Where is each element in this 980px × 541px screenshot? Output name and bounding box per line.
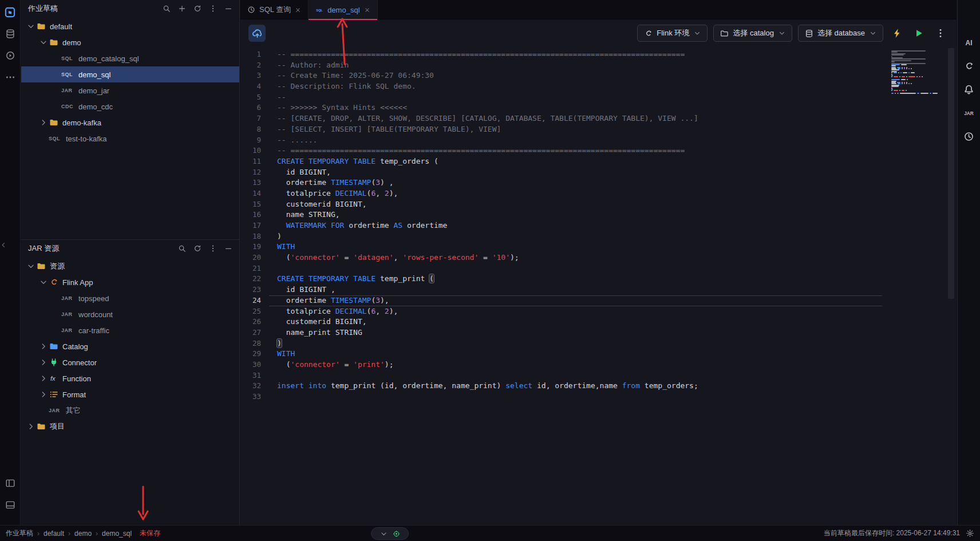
- tree-folder-default[interactable]: default: [21, 18, 239, 34]
- tree-item-test-to-kafka[interactable]: SQLtest-to-kafka: [21, 131, 239, 147]
- settings-gear-icon[interactable]: [966, 529, 974, 538]
- code-line-7[interactable]: 7-- [CREATE, DROP, ALTER, SHOW, DESCRIBE…: [240, 113, 957, 124]
- code-line-29[interactable]: 29WITH: [240, 349, 957, 360]
- right-rail-flink-button[interactable]: [962, 59, 976, 73]
- breadcrumb-item-demo-sql[interactable]: demo_sql: [102, 530, 132, 538]
- code-line-10[interactable]: 10-- ===================================…: [240, 145, 957, 156]
- code-line-27[interactable]: 27 name_print STRING: [240, 327, 957, 338]
- code-line-1[interactable]: 1-- ====================================…: [240, 49, 957, 60]
- code-line-6[interactable]: 6-- >>>>>> Syntax Hints <<<<<<: [240, 102, 957, 113]
- left-rail-panel-left-button[interactable]: [3, 476, 18, 491]
- breadcrumb-item-default[interactable]: default: [44, 530, 64, 538]
- chevron-right-icon[interactable]: [39, 119, 48, 127]
- tree-folder-function[interactable]: fxFunction: [21, 370, 239, 386]
- chevron-down-icon[interactable]: [39, 278, 48, 286]
- tree-folder-connector[interactable]: Connector: [21, 354, 239, 370]
- more-vertical-icon[interactable]: [209, 244, 217, 252]
- code-line-23[interactable]: 23 id BIGINT ,: [240, 285, 957, 295]
- refresh-icon[interactable]: [193, 244, 201, 252]
- console-toggle[interactable]: [371, 527, 409, 540]
- run-button[interactable]: [911, 25, 927, 41]
- right-rail-history-button[interactable]: [962, 129, 976, 143]
- left-rail-more-horizontal-button[interactable]: [3, 70, 18, 85]
- code-line-22[interactable]: 22CREATE TEMPORARY TABLE temp_print (: [240, 274, 957, 285]
- code-line-11[interactable]: 11CREATE TEMPORARY TABLE temp_orders (: [240, 156, 957, 167]
- tree-folder-row-0[interactable]: 资源: [21, 258, 239, 274]
- code-line-25[interactable]: 25 totalprice DECIMAL(6, 2),: [240, 306, 957, 317]
- code-line-8[interactable]: 8-- [SELECT, INSERT] [TABLE(TEMPORARY TA…: [240, 124, 957, 135]
- code-line-31[interactable]: 31: [240, 370, 957, 381]
- breadcrumb-item-root[interactable]: 作业草稿: [6, 528, 33, 538]
- tree-item-demo-catalog-sql[interactable]: SQLdemo_catalog_sql: [21, 50, 239, 66]
- chevron-right-icon[interactable]: [39, 390, 48, 398]
- tab-demo-sql[interactable]: SQLdemo_sql: [309, 0, 377, 19]
- code-line-24[interactable]: 24 ordertime TIMESTAMP(3),: [240, 295, 957, 306]
- flink-env-select[interactable]: Flink 环境: [637, 25, 708, 42]
- search-icon[interactable]: [178, 244, 186, 252]
- sidebar-collapse-icon[interactable]: [0, 242, 7, 253]
- catalog-select[interactable]: 选择 catalog: [713, 25, 792, 42]
- right-rail-notifications-button[interactable]: [962, 82, 976, 96]
- database-select[interactable]: 选择 database: [798, 25, 883, 42]
- tree-folder-row-10[interactable]: 项目: [21, 418, 239, 435]
- more-vertical-icon[interactable]: [209, 5, 217, 13]
- chevron-down-icon[interactable]: [39, 38, 48, 46]
- chevron-down-icon[interactable]: [27, 262, 35, 270]
- tree-item-demo-cdc[interactable]: CDCdemo_cdc: [21, 98, 239, 114]
- tree-item-demo-sql[interactable]: SQLdemo_sql: [21, 66, 239, 82]
- left-rail-app-logo-button[interactable]: [3, 5, 18, 19]
- code-line-19[interactable]: 19WITH: [240, 242, 957, 252]
- tab-sql[interactable]: SQL 查询: [240, 0, 309, 19]
- editor-scrollbar[interactable]: [948, 48, 954, 299]
- close-icon[interactable]: [295, 7, 301, 13]
- chevron-right-icon[interactable]: [39, 358, 48, 366]
- deploy-button[interactable]: [248, 25, 266, 42]
- tree-item-row-9[interactable]: JAR其它: [21, 402, 239, 418]
- code-line-30[interactable]: 30 ('connector' = 'print');: [240, 360, 957, 370]
- right-rail-jar-button[interactable]: JAR: [962, 106, 976, 120]
- left-rail-panel-bottom-button[interactable]: [3, 497, 18, 512]
- tree-folder-flink-app[interactable]: Flink App: [21, 274, 239, 290]
- tree-item-demo-jar[interactable]: JARdemo_jar: [21, 82, 239, 98]
- tree-folder-demo-kafka[interactable]: demo-kafka: [21, 114, 239, 131]
- minimap[interactable]: [891, 50, 943, 96]
- code-line-3[interactable]: 3-- Create Time: 2025-06-27 06:49:30: [240, 70, 957, 81]
- refresh-icon[interactable]: [193, 5, 201, 13]
- tree-item-topspeed[interactable]: JARtopspeed: [21, 290, 239, 306]
- code-line-4[interactable]: 4-- Description: Flink SQL demo.: [240, 81, 957, 92]
- sql-editor[interactable]: 1-- ====================================…: [240, 47, 957, 525]
- code-line-16[interactable]: 16 name STRING,: [240, 210, 957, 220]
- close-icon[interactable]: [364, 7, 370, 13]
- minimize-icon[interactable]: [224, 244, 232, 252]
- code-line-20[interactable]: 20 ('connector' = 'datagen', 'rows-per-s…: [240, 252, 957, 263]
- right-rail-ai-button[interactable]: AI: [962, 35, 976, 49]
- tree-item-car-traffic[interactable]: JARcar-traffic: [21, 322, 239, 338]
- minimize-icon[interactable]: [224, 5, 232, 13]
- chevron-right-icon[interactable]: [27, 422, 35, 431]
- plus-icon[interactable]: [178, 5, 186, 13]
- code-line-9[interactable]: 9-- ......: [240, 135, 957, 146]
- code-line-26[interactable]: 26 customerid BIGINT,: [240, 317, 957, 327]
- breadcrumb-item-demo[interactable]: demo: [74, 530, 92, 538]
- left-rail-play-circle-button[interactable]: [3, 48, 18, 63]
- left-rail-database-button[interactable]: [3, 26, 18, 41]
- code-line-2[interactable]: 2-- Author: admin: [240, 60, 957, 71]
- code-line-12[interactable]: 12 id BIGINT,: [240, 167, 957, 178]
- code-line-28[interactable]: 28): [240, 338, 957, 349]
- search-icon[interactable]: [163, 5, 171, 13]
- more-actions-button[interactable]: [932, 25, 949, 41]
- code-line-15[interactable]: 15 customerid BIGINT,: [240, 199, 957, 210]
- tree-item-wordcount[interactable]: JARwordcount: [21, 306, 239, 322]
- chevron-down-icon[interactable]: [27, 22, 35, 30]
- code-line-33[interactable]: 33: [240, 392, 957, 402]
- code-line-17[interactable]: 17 WATERMARK FOR ordertime AS ordertime: [240, 220, 957, 231]
- chevron-right-icon[interactable]: [39, 374, 48, 382]
- chevron-right-icon[interactable]: [39, 342, 48, 350]
- tree-folder-catalog[interactable]: Catalog: [21, 338, 239, 354]
- code-line-21[interactable]: 21: [240, 263, 957, 274]
- code-line-14[interactable]: 14 totalprice DECIMAL(6, 2),: [240, 188, 957, 199]
- tree-folder-demo[interactable]: demo: [21, 34, 239, 50]
- code-line-32[interactable]: 32insert into temp_print (id, ordertime,…: [240, 381, 957, 392]
- tree-folder-format[interactable]: Format: [21, 386, 239, 402]
- code-line-5[interactable]: 5--: [240, 92, 957, 103]
